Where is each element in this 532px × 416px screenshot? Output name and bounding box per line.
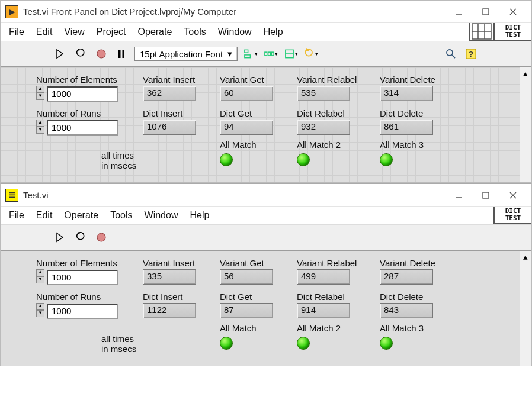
menubar-1: File Edit View Project Operate Tools Win…	[1, 23, 531, 41]
dropdown-icon: ▾	[227, 49, 232, 59]
connector-pane-icon[interactable]	[469, 23, 493, 41]
variant-delete-label: Variant Delete	[380, 258, 457, 268]
svg-rect-14	[268, 52, 271, 56]
vertical-scrollbar[interactable]: ▴	[520, 251, 531, 366]
window-title-1: Test.vi Front Panel on Dict Project.lvpr…	[23, 7, 236, 17]
num-elements-control[interactable]: ▲▼ 1000	[36, 269, 143, 286]
all-match-1-led	[220, 153, 233, 166]
num-runs-control[interactable]: ▲▼ 1000	[36, 303, 143, 320]
num-runs-field[interactable]: 1000	[47, 304, 118, 319]
scroll-up-icon[interactable]: ▴	[521, 69, 530, 78]
dict-delete-label: Dict Delete	[380, 292, 457, 302]
help-icon[interactable]: ?	[464, 47, 478, 61]
num-elements-label: Number of Elements	[36, 258, 143, 268]
num-elements-field[interactable]: 1000	[47, 270, 118, 285]
svg-rect-12	[245, 55, 251, 58]
minimize-button[interactable]	[445, 186, 472, 204]
vi-icon-badge[interactable]: DICT TEST	[493, 23, 531, 41]
all-match-3-label: All Match 3	[380, 140, 424, 150]
front-panel-1[interactable]: ▴ Number of Elements ▲▼ 1000 Variant Ins…	[1, 67, 531, 182]
svg-point-8	[97, 50, 105, 58]
dict-get-indicator: 94	[220, 120, 273, 135]
all-match-3-led	[380, 153, 393, 166]
dict-delete-indicator: 843	[380, 303, 433, 318]
num-elements-control[interactable]: ▲▼ 1000	[36, 86, 143, 102]
menu-help[interactable]: Help	[190, 210, 209, 221]
dict-insert-label: Dict Insert	[143, 292, 220, 302]
close-button[interactable]	[499, 3, 527, 21]
all-match-3-label: All Match 3	[380, 323, 424, 333]
dict-get-label: Dict Get	[220, 292, 297, 302]
menu-project[interactable]: Project	[97, 27, 126, 37]
menu-file[interactable]: File	[9, 210, 24, 221]
dict-relabel-indicator: 914	[297, 303, 350, 318]
all-match-1-label: All Match	[220, 140, 257, 150]
menu-operate[interactable]: Operate	[138, 27, 172, 37]
menu-view[interactable]: View	[64, 27, 84, 37]
menu-file[interactable]: File	[9, 27, 24, 37]
font-selector[interactable]: 15pt Application Font ▾	[134, 47, 238, 61]
svg-text:?: ?	[469, 50, 473, 59]
variant-get-label: Variant Get	[220, 75, 297, 85]
svg-line-19	[452, 55, 455, 58]
menu-tools[interactable]: Tools	[110, 210, 132, 221]
num-runs-field[interactable]: 1000	[47, 120, 118, 136]
vi-icon-badge[interactable]: DICT TEST	[493, 207, 531, 224]
num-elements-label: Number of Elements	[36, 75, 143, 85]
num-runs-control[interactable]: ▲▼ 1000	[36, 120, 143, 136]
abort-icon[interactable]	[94, 47, 108, 61]
svg-point-18	[447, 50, 453, 56]
toolbar-2	[1, 225, 531, 251]
menu-help[interactable]: Help	[264, 27, 283, 37]
variant-relabel-indicator: 535	[297, 86, 350, 101]
maximize-button[interactable]	[472, 3, 499, 21]
run-continuous-icon[interactable]	[74, 230, 88, 244]
dict-delete-label: Dict Delete	[380, 108, 457, 118]
spinner-icon[interactable]: ▲▼	[36, 86, 44, 102]
distribute-objects-icon[interactable]: ▾	[264, 47, 278, 61]
menu-window[interactable]: Window	[218, 27, 252, 37]
close-button[interactable]	[499, 186, 527, 204]
maximize-button[interactable]	[472, 186, 499, 204]
labview-vi-icon: ☰	[5, 189, 18, 202]
scroll-up-icon[interactable]: ▴	[521, 252, 530, 262]
variant-relabel-label: Variant Relabel	[297, 75, 380, 85]
minimize-button[interactable]	[445, 3, 472, 21]
run-arrow-icon[interactable]	[54, 47, 68, 61]
variant-get-indicator: 56	[220, 269, 273, 285]
titlebar-2[interactable]: ☰ Test.vi	[1, 184, 531, 207]
svg-rect-15	[271, 52, 274, 56]
spinner-icon[interactable]: ▲▼	[36, 269, 44, 286]
variant-insert-indicator: 335	[143, 269, 196, 285]
menu-tools[interactable]: Tools	[184, 27, 206, 37]
run-arrow-icon[interactable]	[54, 230, 68, 244]
menu-edit[interactable]: Edit	[36, 210, 53, 221]
front-panel-2[interactable]: ▴ Number of Elements ▲▼ 1000 Variant Ins…	[1, 251, 531, 366]
spinner-icon[interactable]: ▲▼	[36, 120, 44, 136]
toolbar-1: 15pt Application Font ▾ ▾ ▾ ▾ ▾ ?	[1, 41, 531, 67]
pause-icon[interactable]	[114, 47, 129, 61]
num-elements-field[interactable]: 1000	[47, 86, 118, 102]
menu-operate[interactable]: Operate	[64, 210, 98, 221]
reorder-icon[interactable]: ▾	[304, 47, 318, 61]
svg-rect-13	[265, 52, 267, 56]
run-continuous-icon[interactable]	[74, 47, 88, 61]
spinner-icon[interactable]: ▲▼	[36, 303, 44, 320]
menu-edit[interactable]: Edit	[36, 27, 53, 37]
abort-icon[interactable]	[94, 230, 108, 244]
dict-insert-indicator: 1122	[143, 303, 196, 318]
variant-relabel-indicator: 499	[297, 269, 350, 285]
search-icon[interactable]	[444, 47, 458, 61]
vertical-scrollbar[interactable]: ▴	[520, 67, 531, 182]
titlebar-1[interactable]: ▶ Test.vi Front Panel on Dict Project.lv…	[1, 1, 531, 23]
svg-rect-11	[245, 50, 248, 53]
window-controls-1	[445, 3, 527, 21]
align-objects-icon[interactable]: ▾	[243, 47, 258, 61]
menu-window[interactable]: Window	[145, 210, 178, 221]
all-match-2-label: All Match 2	[297, 323, 341, 333]
all-match-1-label: All Match	[220, 323, 257, 333]
resize-objects-icon[interactable]: ▾	[284, 47, 298, 61]
num-runs-label: Number of Runs	[36, 108, 143, 118]
all-match-2-led	[297, 337, 310, 350]
variant-relabel-label: Variant Relabel	[297, 258, 380, 268]
